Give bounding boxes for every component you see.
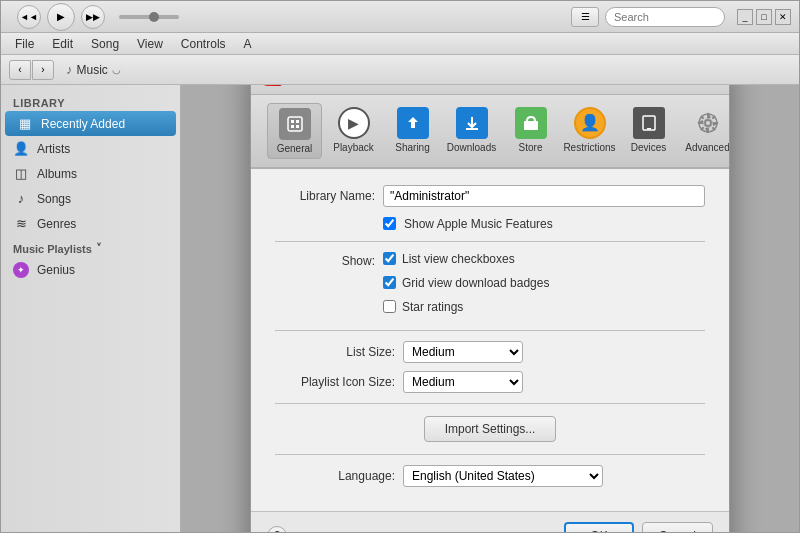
svg-point-9: [705, 120, 711, 126]
search-input[interactable]: [605, 7, 725, 27]
sidebar-item-artists[interactable]: 👤 Artists: [1, 136, 180, 161]
nav-dropdown-icon[interactable]: ◡: [112, 64, 121, 75]
main-content: Library ▦ Recently Added 👤 Artists ◫ Alb…: [1, 85, 799, 532]
general-toolbar-icon: [279, 108, 311, 140]
restrictions-toolbar-icon: 👤: [574, 107, 606, 139]
list-size-select[interactable]: Small Medium Large: [403, 341, 523, 363]
star-ratings-checkbox[interactable]: [383, 300, 396, 313]
menu-file[interactable]: File: [7, 35, 42, 53]
library-name-input[interactable]: [383, 185, 705, 207]
star-ratings-label: Star ratings: [402, 300, 463, 314]
close-button[interactable]: ✕: [775, 9, 791, 25]
library-name-label: Library Name:: [275, 189, 375, 203]
restrictions-toolbar-label: Restrictions: [563, 142, 615, 153]
playback-toolbar-label: Playback: [333, 142, 374, 153]
itunes-app-icon: ♪: [263, 85, 283, 86]
dialog-title: ♪ General Preferences: [263, 85, 417, 86]
divider-4: [275, 454, 705, 455]
sidebar-item-songs[interactable]: ♪ Songs: [1, 186, 180, 211]
sidebar-item-albums-label: Albums: [37, 167, 77, 181]
nav-arrows: ‹ ›: [9, 60, 54, 80]
toolbar-restrictions[interactable]: 👤 Restrictions: [562, 103, 617, 159]
sidebar-item-genres-label: Genres: [37, 217, 76, 231]
menu-controls[interactable]: Controls: [173, 35, 234, 53]
store-toolbar-icon: [515, 107, 547, 139]
ok-button[interactable]: OK: [564, 522, 633, 533]
divider-1: [275, 241, 705, 242]
dialog-body: Library Name: Show Apple Music Features …: [251, 169, 729, 511]
svg-rect-0: [288, 117, 302, 131]
help-button[interactable]: ?: [267, 526, 287, 533]
fast-forward-button[interactable]: ▶▶: [81, 5, 105, 29]
nav-music: ♪ Music ◡: [66, 62, 121, 77]
sidebar-item-genius[interactable]: ✦ Genius: [1, 257, 180, 283]
sidebar-item-songs-label: Songs: [37, 192, 71, 206]
volume-slider[interactable]: [119, 15, 179, 19]
songs-icon: ♪: [13, 191, 29, 206]
dialog-toolbar: General ▶ Playback Sh: [251, 95, 729, 169]
playlists-section-label[interactable]: Music Playlists ˅: [1, 236, 180, 257]
general-preferences-dialog: ♪ General Preferences ✕: [250, 85, 730, 532]
language-row: Language: English (United States) French…: [275, 465, 705, 487]
downloads-toolbar-icon: [456, 107, 488, 139]
sharing-toolbar-icon: [397, 107, 429, 139]
svg-rect-1: [291, 120, 294, 123]
recently-added-icon: ▦: [17, 116, 33, 131]
import-settings-button[interactable]: Import Settings...: [424, 416, 557, 442]
list-view-checkbox[interactable]: [383, 252, 396, 265]
svg-rect-8: [647, 128, 651, 130]
sidebar-item-recently-added[interactable]: ▦ Recently Added: [5, 111, 176, 136]
toolbar-store[interactable]: Store: [503, 103, 558, 159]
minimize-button[interactable]: _: [737, 9, 753, 25]
play-button[interactable]: ▶: [47, 3, 75, 31]
genius-label: Genius: [37, 263, 75, 277]
sidebar-item-artists-label: Artists: [37, 142, 70, 156]
apple-music-checkbox[interactable]: [383, 217, 396, 230]
window-controls: _ □ ✕: [737, 9, 791, 25]
playlist-icon-size-select[interactable]: Small Medium Large: [403, 371, 523, 393]
maximize-button[interactable]: □: [756, 9, 772, 25]
playlist-icon-size-label: Playlist Icon Size:: [275, 375, 395, 389]
toolbar-devices[interactable]: Devices: [621, 103, 676, 159]
nav-forward-button[interactable]: ›: [32, 60, 54, 80]
language-select[interactable]: English (United States) French German Sp…: [403, 465, 603, 487]
show-label: Show:: [275, 252, 375, 268]
grid-view-label: Grid view download badges: [402, 276, 549, 290]
toolbar-playback[interactable]: ▶ Playback: [326, 103, 381, 159]
advanced-toolbar-icon: [692, 107, 724, 139]
toolbar-downloads[interactable]: Downloads: [444, 103, 499, 159]
menu-edit[interactable]: Edit: [44, 35, 81, 53]
music-note-icon: ♪: [66, 62, 73, 77]
sharing-toolbar-label: Sharing: [395, 142, 429, 153]
toolbar-advanced[interactable]: Advanced: [680, 103, 730, 159]
menu-view[interactable]: View: [129, 35, 171, 53]
menu-song[interactable]: Song: [83, 35, 127, 53]
sidebar-item-albums[interactable]: ◫ Albums: [1, 161, 180, 186]
itunes-window: ◄◄ ▶ ▶▶ ☰ _ □ ✕ File Edit Song View Cont…: [0, 0, 800, 533]
list-view-button[interactable]: ☰: [571, 7, 599, 27]
svg-rect-3: [291, 125, 294, 128]
footer-buttons: OK Cancel: [564, 522, 713, 533]
genius-icon: ✦: [13, 262, 29, 278]
rewind-button[interactable]: ◄◄: [17, 5, 41, 29]
svg-rect-4: [296, 125, 299, 128]
nav-music-label: Music: [77, 63, 108, 77]
toolbar-sharing[interactable]: Sharing: [385, 103, 440, 159]
toolbar-general[interactable]: General: [267, 103, 322, 159]
dialog-footer: ? OK Cancel: [251, 511, 729, 533]
playlist-icon-size-row: Playlist Icon Size: Small Medium Large: [275, 371, 705, 393]
advanced-toolbar-label: Advanced: [685, 142, 729, 153]
menu-more[interactable]: A: [236, 35, 260, 53]
sidebar-item-genres[interactable]: ≋ Genres: [1, 211, 180, 236]
library-section-label: Library: [1, 93, 180, 111]
svg-rect-6: [524, 121, 538, 130]
cancel-button[interactable]: Cancel: [642, 522, 713, 533]
playlists-label-text: Music Playlists: [13, 243, 92, 255]
grid-view-checkbox[interactable]: [383, 276, 396, 289]
sidebar-item-recently-added-label: Recently Added: [41, 117, 125, 131]
svg-rect-2: [296, 120, 299, 123]
artists-icon: 👤: [13, 141, 29, 156]
playlists-arrow-icon: ˅: [96, 242, 102, 255]
nav-back-button[interactable]: ‹: [9, 60, 31, 80]
divider-2: [275, 330, 705, 331]
